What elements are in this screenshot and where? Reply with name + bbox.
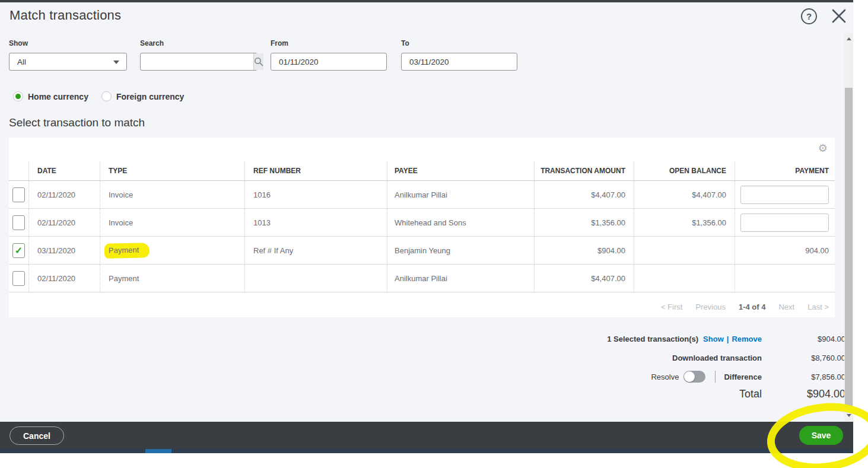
cell-payee: Anilkumar Pillai xyxy=(387,265,534,292)
search-label: Search xyxy=(140,39,257,47)
cell-date: 02/11/2020 xyxy=(28,209,100,236)
difference-amount: $7,856.00 xyxy=(762,373,845,381)
save-button[interactable]: Save xyxy=(799,426,843,445)
row-checkbox-checked[interactable]: ✓ xyxy=(12,243,25,258)
match-transactions-dialog: Match transactions ? Show All Search Fro… xyxy=(0,0,868,468)
vertical-scrollbar-thumb[interactable] xyxy=(845,88,853,407)
row-checkbox[interactable] xyxy=(12,271,25,286)
currency-radio-group: Home currency Foreign currency xyxy=(13,91,184,101)
checkbox-cell xyxy=(9,209,28,236)
cell-payment: 904.00 xyxy=(735,237,835,264)
cell-transaction-amount: $904.00 xyxy=(534,237,634,264)
cell-open-balance: $1,356.00 xyxy=(634,209,735,236)
row-checkbox[interactable] xyxy=(12,215,25,230)
cell-ref-number: 1013 xyxy=(244,209,387,236)
cell-transaction-amount: $4,407.00 xyxy=(534,265,634,292)
resolve-difference-row: Resolve Difference $7,856.00 xyxy=(651,371,845,383)
from-label: From xyxy=(271,39,387,47)
payment-input[interactable] xyxy=(740,186,829,204)
cell-type: Payment xyxy=(100,237,244,264)
show-dropdown-value: All xyxy=(9,58,26,66)
search-input[interactable] xyxy=(141,53,253,70)
pagination-last[interactable]: Last > xyxy=(807,303,829,311)
header-transaction-amount: TRANSACTION AMOUNT xyxy=(534,161,634,180)
show-link[interactable]: Show xyxy=(703,335,724,343)
cell-ref-number: Ref # If Any xyxy=(244,237,387,264)
foreign-currency-label: Foreign currency xyxy=(116,92,184,101)
downloaded-summary-row: Downloaded transaction $8,760.00 xyxy=(672,354,845,362)
payment-input[interactable] xyxy=(740,214,829,232)
horizontal-scrollbar[interactable] xyxy=(0,449,853,453)
checkbox-cell: ✓ xyxy=(9,237,28,264)
cell-date: 03/11/2020 xyxy=(28,237,100,264)
table-rows: 02/11/2020Invoice1016Anilkumar Pillai$4,… xyxy=(9,181,835,292)
cell-type: Invoice xyxy=(100,209,244,236)
resolve-toggle[interactable] xyxy=(683,371,705,383)
to-label: To xyxy=(401,39,517,47)
header-payee: PAYEE xyxy=(387,161,534,180)
total-amount: $904.00 xyxy=(762,388,845,400)
downloaded-transaction-label: Downloaded transaction xyxy=(672,354,762,362)
home-currency-radio[interactable] xyxy=(13,91,23,101)
search-icon[interactable] xyxy=(253,53,263,70)
cell-payment xyxy=(735,181,835,208)
cell-date: 02/11/2020 xyxy=(28,181,100,208)
header-ref-number: REF NUMBER xyxy=(244,161,387,180)
cell-open-balance xyxy=(634,237,735,264)
table-header-row: DATE TYPE REF NUMBER PAYEE TRANSACTION A… xyxy=(9,161,835,181)
pagination-previous[interactable]: Previous xyxy=(695,303,726,311)
pagination: < First Previous 1-4 of 4 Next Last > xyxy=(661,303,829,311)
table-row: 02/11/2020Invoice1016Anilkumar Pillai$4,… xyxy=(9,181,835,209)
table-row: 02/11/2020Invoice1013Whitehead and Sons$… xyxy=(9,209,835,237)
cell-transaction-amount: $1,356.00 xyxy=(534,209,634,236)
from-date-input[interactable] xyxy=(271,53,386,70)
cell-payee: Whitehead and Sons xyxy=(387,209,534,236)
remove-link[interactable]: Remove xyxy=(732,335,762,343)
resolve-label: Resolve xyxy=(651,373,679,381)
row-checkbox[interactable] xyxy=(12,187,25,202)
link-divider: | xyxy=(727,335,729,343)
cell-open-balance: $4,407.00 xyxy=(634,181,735,208)
cell-payee: Anilkumar Pillai xyxy=(387,181,534,208)
selected-summary-row: 1 Selected transaction(s) Show | Remove … xyxy=(607,335,845,343)
vertical-scrollbar[interactable] xyxy=(844,33,853,421)
cancel-button[interactable]: Cancel xyxy=(9,426,64,445)
cell-open-balance xyxy=(634,265,735,292)
to-filter-group: To xyxy=(401,39,517,71)
downloaded-amount: $8,760.00 xyxy=(762,354,845,362)
section-title: Select transaction to match xyxy=(9,116,145,129)
cell-payment xyxy=(735,265,835,292)
gear-icon[interactable]: ⚙ xyxy=(818,143,828,154)
show-dropdown[interactable]: All xyxy=(9,53,127,71)
header-date: DATE xyxy=(28,161,100,180)
from-filter-group: From xyxy=(271,39,387,71)
header-open-balance: OPEN BALANCE xyxy=(634,161,735,180)
cell-date: 02/11/2020 xyxy=(28,265,100,292)
horizontal-scrollbar-thumb[interactable] xyxy=(145,449,171,453)
help-icon[interactable]: ? xyxy=(801,8,817,24)
type-text: Invoice xyxy=(109,218,133,227)
foreign-currency-radio[interactable] xyxy=(101,91,112,101)
scroll-down-arrow-icon[interactable] xyxy=(844,410,853,420)
cell-ref-number: 1016 xyxy=(244,181,387,208)
payment-value: 904.00 xyxy=(805,246,829,255)
pagination-next[interactable]: Next xyxy=(778,303,794,311)
home-currency-label: Home currency xyxy=(28,92,88,101)
close-icon[interactable] xyxy=(831,8,847,24)
header-payment: PAYMENT xyxy=(735,161,835,180)
pagination-first[interactable]: < First xyxy=(661,303,682,311)
scroll-up-arrow-icon[interactable] xyxy=(844,34,853,43)
page-title: Match transactions xyxy=(9,8,121,23)
pagination-range: 1-4 of 4 xyxy=(739,303,766,311)
chevron-down-icon xyxy=(113,61,119,64)
top-border xyxy=(0,0,853,2)
cell-type: Invoice xyxy=(100,181,244,208)
show-label: Show xyxy=(9,39,127,47)
table-row: 02/11/2020PaymentAnilkumar Pillai$4,407.… xyxy=(9,265,835,292)
table-row: ✓03/11/2020PaymentRef # If AnyBenjamin Y… xyxy=(9,237,835,265)
header-type: TYPE xyxy=(100,161,244,180)
selected-amount: $904.00 xyxy=(762,335,845,343)
search-filter-group: Search xyxy=(140,39,257,71)
cell-payment xyxy=(735,209,835,236)
to-date-input[interactable] xyxy=(402,53,517,70)
